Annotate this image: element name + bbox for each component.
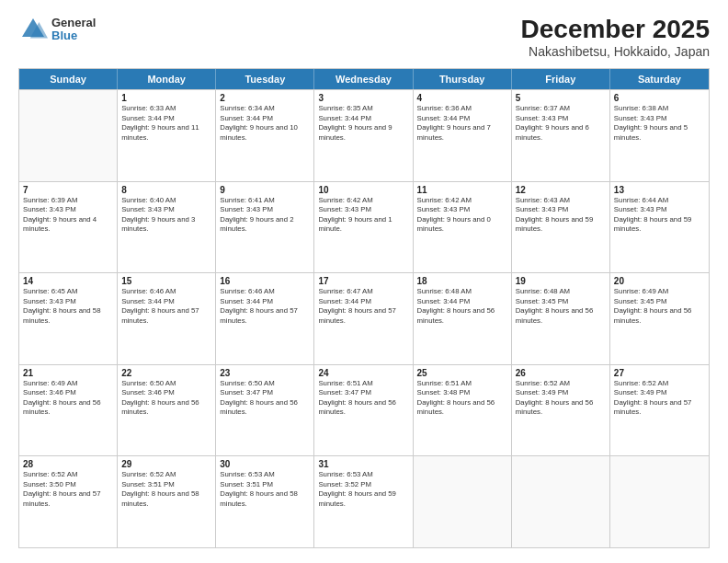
day-number: 20 <box>614 276 705 286</box>
header-day-thursday: Thursday <box>414 69 512 89</box>
cell-info: Sunrise: 6:50 AM Sunset: 3:46 PM Dayligh… <box>121 379 211 418</box>
cell-info: Sunrise: 6:34 AM Sunset: 3:44 PM Dayligh… <box>220 104 310 143</box>
cell-info: Sunrise: 6:45 AM Sunset: 3:43 PM Dayligh… <box>23 287 113 326</box>
day-number: 16 <box>220 276 310 286</box>
cell-info: Sunrise: 6:52 AM Sunset: 3:51 PM Dayligh… <box>121 470 211 509</box>
logo-text: General Blue <box>51 17 96 43</box>
cell-info: Sunrise: 6:36 AM Sunset: 3:44 PM Dayligh… <box>417 104 507 143</box>
cell-info: Sunrise: 6:51 AM Sunset: 3:48 PM Dayligh… <box>417 379 507 418</box>
calendar-cell: 17Sunrise: 6:47 AM Sunset: 3:44 PM Dayli… <box>314 273 413 364</box>
day-number: 28 <box>23 459 113 469</box>
day-number: 31 <box>318 459 408 469</box>
calendar-cell: 10Sunrise: 6:42 AM Sunset: 3:43 PM Dayli… <box>314 182 413 273</box>
cell-info: Sunrise: 6:41 AM Sunset: 3:43 PM Dayligh… <box>220 196 310 235</box>
cell-info: Sunrise: 6:35 AM Sunset: 3:44 PM Dayligh… <box>318 104 408 143</box>
day-number: 7 <box>23 185 113 195</box>
day-number: 4 <box>417 93 507 103</box>
day-number: 30 <box>220 459 310 469</box>
calendar-cell: 16Sunrise: 6:46 AM Sunset: 3:44 PM Dayli… <box>216 273 314 364</box>
logo-icon <box>18 15 48 44</box>
calendar-header: SundayMondayTuesdayWednesdayThursdayFrid… <box>19 69 709 89</box>
calendar-cell: 15Sunrise: 6:46 AM Sunset: 3:44 PM Dayli… <box>118 273 216 364</box>
day-number: 13 <box>614 185 705 195</box>
calendar-cell: 24Sunrise: 6:51 AM Sunset: 3:47 PM Dayli… <box>314 365 413 456</box>
logo-blue: Blue <box>51 29 96 42</box>
calendar-cell: 6Sunrise: 6:38 AM Sunset: 3:43 PM Daylig… <box>610 90 709 181</box>
calendar-cell: 18Sunrise: 6:48 AM Sunset: 3:44 PM Dayli… <box>414 273 512 364</box>
calendar-cell: 4Sunrise: 6:36 AM Sunset: 3:44 PM Daylig… <box>414 90 512 181</box>
cell-info: Sunrise: 6:39 AM Sunset: 3:43 PM Dayligh… <box>23 196 113 235</box>
day-number: 2 <box>220 93 310 103</box>
cell-info: Sunrise: 6:38 AM Sunset: 3:43 PM Dayligh… <box>614 104 705 143</box>
page: General Blue December 2025 Nakashibetsu,… <box>0 0 728 563</box>
day-number: 19 <box>516 276 606 286</box>
cell-info: Sunrise: 6:49 AM Sunset: 3:45 PM Dayligh… <box>614 287 705 326</box>
calendar-cell: 19Sunrise: 6:48 AM Sunset: 3:45 PM Dayli… <box>512 273 610 364</box>
calendar-body: 1Sunrise: 6:33 AM Sunset: 3:44 PM Daylig… <box>19 89 709 547</box>
cell-info: Sunrise: 6:48 AM Sunset: 3:44 PM Dayligh… <box>417 287 507 326</box>
calendar-cell <box>19 90 118 181</box>
calendar-row-2: 14Sunrise: 6:45 AM Sunset: 3:43 PM Dayli… <box>19 272 709 364</box>
calendar-cell: 7Sunrise: 6:39 AM Sunset: 3:43 PM Daylig… <box>19 182 118 273</box>
day-number: 9 <box>220 185 310 195</box>
header-day-monday: Monday <box>118 69 216 89</box>
cell-info: Sunrise: 6:47 AM Sunset: 3:44 PM Dayligh… <box>318 287 408 326</box>
calendar-row-0: 1Sunrise: 6:33 AM Sunset: 3:44 PM Daylig… <box>19 89 709 181</box>
calendar-cell: 14Sunrise: 6:45 AM Sunset: 3:43 PM Dayli… <box>19 273 118 364</box>
day-number: 18 <box>417 276 507 286</box>
calendar-cell <box>512 456 610 547</box>
day-number: 25 <box>417 368 507 378</box>
cell-info: Sunrise: 6:44 AM Sunset: 3:43 PM Dayligh… <box>614 196 705 235</box>
cell-info: Sunrise: 6:50 AM Sunset: 3:47 PM Dayligh… <box>220 379 310 418</box>
cell-info: Sunrise: 6:52 AM Sunset: 3:50 PM Dayligh… <box>23 470 113 509</box>
logo: General Blue <box>18 15 96 44</box>
header-day-wednesday: Wednesday <box>314 69 413 89</box>
day-number: 23 <box>220 368 310 378</box>
day-number: 24 <box>318 368 408 378</box>
cell-info: Sunrise: 6:40 AM Sunset: 3:43 PM Dayligh… <box>121 196 211 235</box>
calendar-row-1: 7Sunrise: 6:39 AM Sunset: 3:43 PM Daylig… <box>19 181 709 273</box>
day-number: 22 <box>121 368 211 378</box>
calendar-cell: 30Sunrise: 6:53 AM Sunset: 3:51 PM Dayli… <box>216 456 314 547</box>
calendar-cell: 20Sunrise: 6:49 AM Sunset: 3:45 PM Dayli… <box>610 273 709 364</box>
calendar-cell: 8Sunrise: 6:40 AM Sunset: 3:43 PM Daylig… <box>118 182 216 273</box>
header: General Blue December 2025 Nakashibetsu,… <box>18 15 710 59</box>
day-number: 17 <box>318 276 408 286</box>
calendar-cell <box>414 456 512 547</box>
day-number: 8 <box>121 185 211 195</box>
cell-info: Sunrise: 6:51 AM Sunset: 3:47 PM Dayligh… <box>318 379 408 418</box>
day-number: 21 <box>23 368 113 378</box>
cell-info: Sunrise: 6:43 AM Sunset: 3:43 PM Dayligh… <box>516 196 606 235</box>
header-day-sunday: Sunday <box>19 69 118 89</box>
calendar-cell: 11Sunrise: 6:42 AM Sunset: 3:43 PM Dayli… <box>414 182 512 273</box>
page-subtitle: Nakashibetsu, Hokkaido, Japan <box>521 44 710 59</box>
cell-info: Sunrise: 6:52 AM Sunset: 3:49 PM Dayligh… <box>516 379 606 418</box>
page-title: December 2025 <box>521 15 710 44</box>
calendar-cell <box>610 456 709 547</box>
cell-info: Sunrise: 6:46 AM Sunset: 3:44 PM Dayligh… <box>220 287 310 326</box>
calendar: SundayMondayTuesdayWednesdayThursdayFrid… <box>18 68 710 548</box>
header-day-tuesday: Tuesday <box>216 69 314 89</box>
header-day-friday: Friday <box>512 69 610 89</box>
calendar-cell: 23Sunrise: 6:50 AM Sunset: 3:47 PM Dayli… <box>216 365 314 456</box>
cell-info: Sunrise: 6:53 AM Sunset: 3:51 PM Dayligh… <box>220 470 310 509</box>
calendar-cell: 2Sunrise: 6:34 AM Sunset: 3:44 PM Daylig… <box>216 90 314 181</box>
day-number: 10 <box>318 185 408 195</box>
calendar-cell: 1Sunrise: 6:33 AM Sunset: 3:44 PM Daylig… <box>118 90 216 181</box>
title-block: December 2025 Nakashibetsu, Hokkaido, Ja… <box>521 15 710 59</box>
day-number: 26 <box>516 368 606 378</box>
calendar-cell: 5Sunrise: 6:37 AM Sunset: 3:43 PM Daylig… <box>512 90 610 181</box>
day-number: 14 <box>23 276 113 286</box>
calendar-cell: 29Sunrise: 6:52 AM Sunset: 3:51 PM Dayli… <box>118 456 216 547</box>
calendar-cell: 22Sunrise: 6:50 AM Sunset: 3:46 PM Dayli… <box>118 365 216 456</box>
cell-info: Sunrise: 6:52 AM Sunset: 3:49 PM Dayligh… <box>614 379 705 418</box>
cell-info: Sunrise: 6:49 AM Sunset: 3:46 PM Dayligh… <box>23 379 113 418</box>
day-number: 12 <box>516 185 606 195</box>
calendar-cell: 12Sunrise: 6:43 AM Sunset: 3:43 PM Dayli… <box>512 182 610 273</box>
calendar-cell: 31Sunrise: 6:53 AM Sunset: 3:52 PM Dayli… <box>314 456 413 547</box>
day-number: 11 <box>417 185 507 195</box>
calendar-cell: 13Sunrise: 6:44 AM Sunset: 3:43 PM Dayli… <box>610 182 709 273</box>
calendar-row-3: 21Sunrise: 6:49 AM Sunset: 3:46 PM Dayli… <box>19 364 709 456</box>
cell-info: Sunrise: 6:37 AM Sunset: 3:43 PM Dayligh… <box>516 104 606 143</box>
day-number: 5 <box>516 93 606 103</box>
